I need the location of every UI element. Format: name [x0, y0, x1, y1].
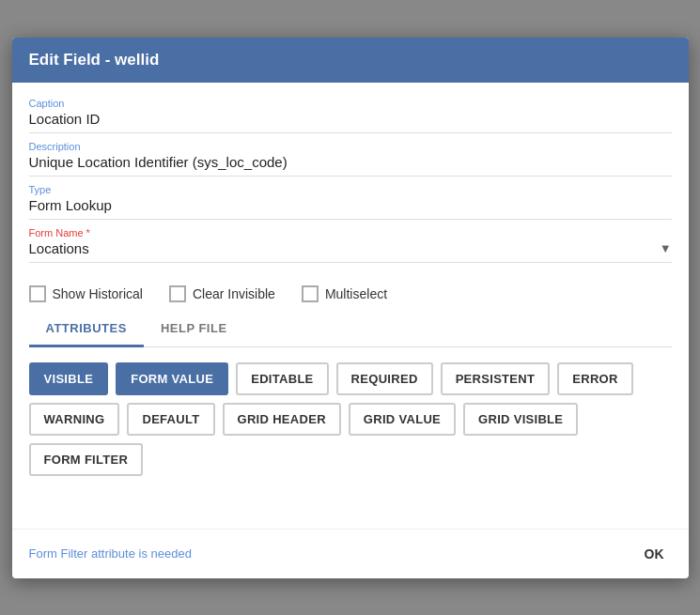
attribute-buttons-grid: VISIBLE FORM VALUE EDITABLE REQUIRED PER… — [29, 362, 672, 476]
btn-required[interactable]: REQUIRED — [336, 362, 433, 395]
type-value: Form Lookup — [29, 197, 672, 220]
form-name-select[interactable]: Locations ▼ — [29, 240, 672, 263]
description-label: Description — [29, 141, 672, 152]
caption-group: Caption Location ID — [29, 98, 672, 133]
btn-warning[interactable]: WARNING — [29, 403, 120, 436]
dialog-header: Edit Field - wellid — [12, 38, 689, 83]
type-label: Type — [29, 184, 672, 195]
footer-message: Form Filter attribute is needed — [29, 546, 192, 561]
show-historical-box — [29, 285, 46, 302]
multiselect-box — [302, 285, 319, 302]
dialog-title: Edit Field - wellid — [29, 51, 160, 69]
btn-default[interactable]: DEFAULT — [127, 403, 214, 436]
edit-field-dialog: Edit Field - wellid Caption Location ID … — [12, 38, 689, 578]
form-name-value: Locations — [29, 240, 89, 256]
tabs-row: ATTRIBUTES HELP FILE — [29, 312, 672, 347]
checkboxes-row: Show Historical Clear Invisible Multisel… — [29, 270, 672, 312]
dialog-body: Caption Location ID Description Unique L… — [12, 83, 689, 500]
btn-grid-value[interactable]: GRID VALUE — [349, 403, 456, 436]
multiselect-label: Multiselect — [325, 286, 387, 301]
clear-invisible-checkbox[interactable]: Clear Invisible — [169, 285, 275, 302]
clear-invisible-box — [169, 285, 186, 302]
btn-form-value[interactable]: FORM VALUE — [116, 362, 228, 395]
clear-invisible-label: Clear Invisible — [193, 286, 275, 301]
btn-grid-header[interactable]: GRID HEADER — [223, 403, 341, 436]
dialog-footer: Form Filter attribute is needed OK — [12, 529, 689, 578]
form-name-group: Form Name * Locations ▼ — [29, 227, 672, 263]
ok-button[interactable]: OK — [637, 543, 672, 565]
btn-error[interactable]: ERROR — [557, 362, 632, 395]
show-historical-label: Show Historical — [53, 286, 143, 301]
btn-visible[interactable]: VISIBLE — [29, 362, 109, 395]
caption-value: Location ID — [29, 111, 672, 133]
caption-label: Caption — [29, 98, 672, 109]
show-historical-checkbox[interactable]: Show Historical — [29, 285, 143, 302]
tab-attributes[interactable]: ATTRIBUTES — [29, 312, 144, 347]
description-value: Unique Location Identifier (sys_loc_code… — [29, 154, 672, 177]
btn-editable[interactable]: EDITABLE — [236, 362, 328, 395]
btn-persistent[interactable]: PERSISTENT — [441, 362, 551, 395]
form-name-label: Form Name * — [29, 227, 672, 238]
btn-form-filter[interactable]: FORM FILTER — [29, 443, 144, 476]
description-group: Description Unique Location Identifier (… — [29, 141, 672, 177]
type-group: Type Form Lookup — [29, 184, 672, 220]
dropdown-arrow-icon: ▼ — [660, 241, 672, 255]
tab-help-file[interactable]: HELP FILE — [144, 312, 244, 347]
btn-grid-visible[interactable]: GRID VISIBLE — [463, 403, 578, 436]
multiselect-checkbox[interactable]: Multiselect — [302, 285, 387, 302]
